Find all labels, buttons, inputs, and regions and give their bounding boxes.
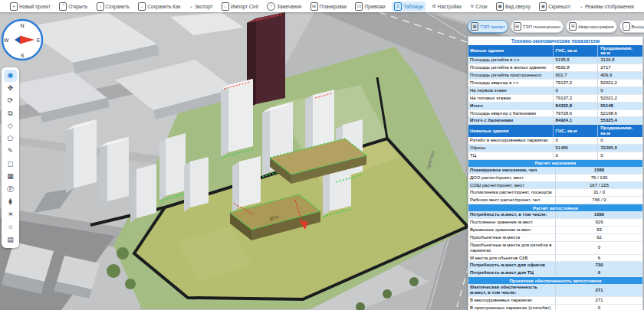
move-tool-button[interactable]: ✥ — [4, 83, 17, 95]
table-row[interactable]: ДОО расчет/проект, мест76 / 100 — [468, 175, 642, 182]
table-row[interactable]: Офисы5148639386,8 — [468, 145, 642, 152]
polygon-select-tool-button[interactable]: ⬠ — [4, 133, 17, 145]
row-value-sellable: 0 — [597, 137, 642, 144]
panel-tab-label: ТЭП посекционно — [523, 24, 561, 29]
polygon-select-tool-icon: ⬠ — [8, 135, 14, 142]
area-tool-button[interactable]: ◇ — [4, 120, 17, 132]
table-row[interactable]: На первом этаже00 — [468, 87, 642, 95]
column-header-sellable: Продаваемая, кв.м — [597, 45, 642, 57]
panel-tab-tep-sections[interactable]: ▤ТЭП посекционно — [511, 20, 564, 33]
parking-tool-button[interactable]: Ⓟ — [4, 184, 17, 196]
table-row[interactable]: Расчёт автостоянок — [468, 204, 642, 211]
table-row[interactable]: Приобъектные м.места62 — [468, 234, 642, 242]
table-row[interactable]: В пристроенных паркингах (стилобат)0 — [468, 305, 642, 310]
sun-tool-button[interactable]: ☀ — [4, 209, 17, 221]
table-row[interactable]: Площадь ритейла в жилых зданиях4592,8271… — [468, 64, 642, 72]
table-row[interactable]: Рабочих мест расчет/проект, чел766 / 0 — [468, 197, 642, 204]
tep-project-icon: ▦ — [471, 22, 478, 31]
row-label: Постоянное хранение м.мест — [468, 219, 555, 226]
stats-tool-button[interactable]: ▤ — [4, 234, 17, 246]
table-row[interactable]: Постоянное хранение м.мест929 — [468, 219, 642, 227]
toolbar-button-tables[interactable]: ≡Таблицы — [392, 2, 426, 11]
panel-tab-tep-project[interactable]: ▦ТЭП проект — [468, 20, 508, 33]
toolbar-button-layouts[interactable]: ⊞Планировки — [308, 2, 349, 11]
toolbar-button-top-view[interactable]: ▣Вид сверху — [494, 2, 533, 11]
row-value-gns: 84924,1 — [553, 117, 598, 124]
table-row[interactable]: Расчёт населения — [468, 160, 642, 167]
panel-tab-download[interactable]: ↓Выгрузить — [619, 20, 644, 33]
table-row[interactable]: СОШ расчет/проект, мест167 / 225 — [468, 182, 642, 190]
toolbar-button-save-as[interactable]: ↓Сохранить Как — [136, 2, 182, 11]
row-label: Приобъектные м.места для ритейла в парки… — [468, 242, 555, 254]
panel-tab-label: Квартирография — [578, 24, 613, 29]
toolbar-button-layers[interactable]: ≋Слои — [468, 3, 489, 10]
table-row[interactable]: На типовых этажах79137,252021,2 — [468, 95, 642, 103]
table-row[interactable]: Приобъектные м.места для ритейла в парки… — [468, 242, 642, 255]
table-row[interactable]: Нежилые зданияГНС, кв.мПродаваемая, кв.м — [468, 125, 642, 137]
row-value-sellable: 0 — [597, 87, 642, 94]
row-label: Временное хранение м.мест — [468, 227, 555, 233]
row-value: 766 / 0 — [555, 197, 642, 204]
table-row[interactable]: Итого с балконами84924,155325,4 — [468, 117, 642, 125]
save-as-icon: ↓ — [138, 2, 146, 11]
toolbar-button-import-civil[interactable]: ↓Импорт Civil — [219, 2, 261, 11]
table-row[interactable]: Потребность м.мест для ТЦ0 — [468, 269, 642, 277]
table-row[interactable]: В многоуровневых паркингах271 — [468, 297, 642, 305]
table-row[interactable]: Фактическая обеспеченность м.мест, в том… — [468, 284, 642, 297]
table-row[interactable]: М.места для объектов СКБ6 — [468, 255, 642, 263]
tables-icon: ≡ — [394, 2, 402, 11]
shadow-tool-button[interactable]: ☼ — [4, 221, 17, 233]
tep-table: Технико-экономические показатели Жилые з… — [468, 36, 643, 310]
row-label: На типовых этажах — [468, 95, 553, 102]
row-value: 1090 — [555, 211, 642, 218]
column-header-label: Жилые здания — [468, 45, 553, 57]
rotate-tool-button[interactable]: ⟳ — [4, 95, 17, 107]
table-row[interactable]: Площадь ритейла в т.ч5195,53126,8 — [468, 57, 642, 64]
draw-tool-button[interactable]: ✎ — [4, 145, 17, 158]
table-row[interactable]: Итого84332,855148 — [468, 103, 642, 110]
toolbar-button-screenshot[interactable]: ◉Скриншот — [537, 2, 573, 11]
table-row[interactable]: Временное хранение м.мест93 — [468, 227, 642, 234]
area-tool-icon: ◇ — [8, 122, 13, 129]
toolbar-button-label: Планировки — [320, 4, 347, 9]
table-row[interactable]: Площадь ритейла пристроенного602,7409,9 — [468, 72, 642, 80]
row-value: 0 — [555, 242, 642, 254]
toolbar-button-display-modes[interactable]: ⌄Режимы отображения — [577, 3, 636, 10]
table-row[interactable]: Потребность м.мест для офисов730 — [468, 262, 642, 269]
table-row[interactable]: Потребность м.мест, в том числе:1090 — [468, 211, 642, 219]
row-value-sellable: 52021,2 — [597, 95, 642, 102]
landscape-tool-button[interactable]: ⧫ — [4, 196, 17, 208]
table-row[interactable]: Ритейл в многоуровневых паркингах00 — [468, 137, 642, 145]
row-value-sellable: 3126,8 — [597, 57, 642, 64]
table-row[interactable]: Проектная обеспеченность автостоянок — [468, 277, 642, 284]
row-label: Итого с балконами — [468, 117, 553, 124]
panel-tabs: ▦ТЭП проект▤ТЭП посекционно⊞Квартирограф… — [468, 20, 643, 33]
table-row[interactable]: Планируемое население, чел1588 — [468, 167, 642, 175]
table-row[interactable]: Площадь квартир в т.ч79137,252021,2 — [468, 80, 642, 87]
toolbar-button-label: Сохранить Как — [147, 4, 180, 9]
panel-tab-flat-mix[interactable]: ⊞Квартирография — [566, 20, 616, 33]
volume-tool-button[interactable]: ◻ — [4, 158, 17, 171]
row-label: Потребность м.мест для ТЦ — [468, 269, 555, 276]
link-tool-button[interactable]: ⧉ — [4, 108, 17, 120]
landscape-tool-icon: ⧫ — [8, 198, 12, 205]
compass[interactable]: N S W E — [0, 18, 44, 62]
toolbar-button-new-project[interactable]: +Новый проект — [8, 2, 53, 11]
rotate-tool-icon: ⟳ — [8, 97, 14, 104]
toolbar-button-label: Вид сверху — [505, 4, 531, 9]
table-row[interactable]: Поликлиника расчет/проект, посещ/см31 / … — [468, 189, 642, 197]
building-tool-button[interactable]: ▦ — [4, 171, 17, 183]
table-row[interactable]: Площадь квартир с балконами79728,652198,… — [468, 110, 642, 118]
toolbar-button-remarks[interactable]: !Замечания — [264, 2, 304, 11]
toolbar-button-save[interactable]: ↓Сохранить — [94, 2, 132, 11]
select-tool-button[interactable]: ◉ — [4, 70, 17, 82]
toolbar-button-settings[interactable]: ⚙Настройки — [429, 3, 463, 10]
table-row[interactable]: Жилые зданияГНС, кв.мПродаваемая, кв.м — [468, 45, 642, 57]
table-row[interactable]: ТЦ00 — [468, 152, 642, 160]
toolbar-button-open[interactable]: ⌃Открыть — [57, 2, 90, 11]
toolbar-button-export[interactable]: ⌄Экспорт — [187, 3, 215, 10]
row-value: 93 — [555, 227, 642, 233]
screenshot-icon: ◉ — [539, 2, 547, 11]
toolbar-button-snaps[interactable]: ⊡Привязки — [353, 2, 387, 11]
volume-tool-icon: ◻ — [8, 161, 13, 168]
